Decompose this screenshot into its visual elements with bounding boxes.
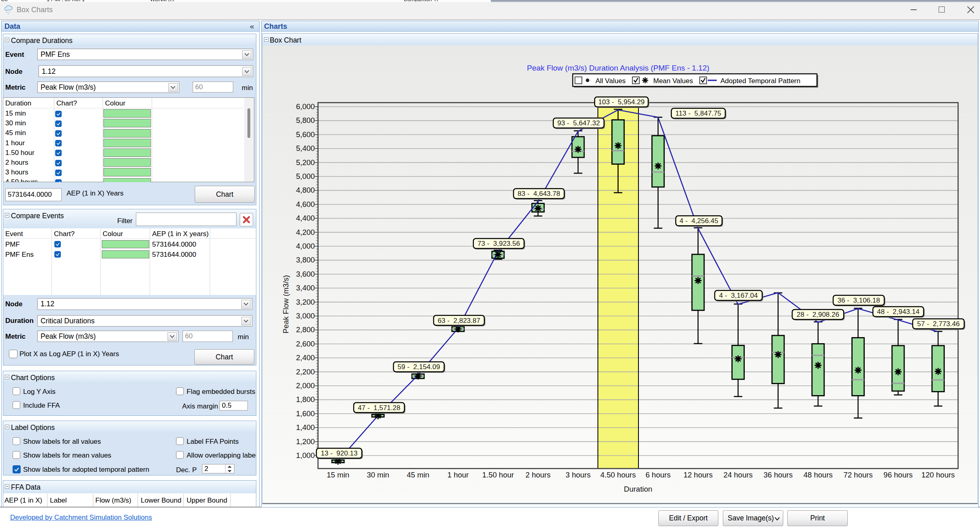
svg-text:73 - 3,923.56: 73 - 3,923.56 [477, 240, 520, 247]
svg-text:2,400: 2,400 [296, 353, 315, 362]
svg-text:72 hours: 72 hours [843, 471, 873, 479]
svg-text:12 hours: 12 hours [683, 471, 713, 479]
svg-text:5,400: 5,400 [296, 144, 315, 153]
svg-text:3,000: 3,000 [296, 312, 315, 320]
svg-text:3,600: 3,600 [296, 270, 315, 278]
svg-text:15 min: 15 min [327, 471, 350, 479]
svg-text:93 - 5,647.32: 93 - 5,647.32 [557, 119, 600, 127]
svg-text:4,400: 4,400 [296, 214, 315, 222]
svg-text:24 hours: 24 hours [724, 471, 753, 479]
svg-text:4.50 hours: 4.50 hours [600, 471, 636, 479]
svg-text:36 - 3,106.18: 36 - 3,106.18 [838, 297, 880, 304]
svg-text:1,200: 1,200 [296, 437, 315, 446]
svg-text:96 hours: 96 hours [883, 471, 913, 479]
svg-text:All Values: All Values [595, 77, 625, 85]
svg-text:Duration: Duration [624, 485, 652, 493]
svg-text:1,400: 1,400 [296, 423, 315, 432]
svg-text:2,600: 2,600 [296, 340, 315, 348]
svg-text:2,000: 2,000 [296, 381, 315, 390]
svg-text:13 - 920.13: 13 - 920.13 [321, 449, 358, 457]
svg-text:5,200: 5,200 [296, 158, 315, 167]
svg-text:120 hours: 120 hours [922, 471, 955, 479]
svg-text:Mean Values: Mean Values [653, 77, 693, 85]
svg-text:2 hours: 2 hours [526, 471, 551, 479]
svg-text:4,200: 4,200 [296, 228, 315, 236]
svg-text:83 - 4,643.78: 83 - 4,643.78 [518, 190, 560, 198]
svg-text:47 - 1,571.28: 47 - 1,571.28 [358, 404, 400, 412]
svg-text:48 - 2,943.14: 48 - 2,943.14 [877, 308, 920, 316]
svg-text:28 - 2,908.26: 28 - 2,908.26 [797, 311, 839, 318]
svg-text:1,800: 1,800 [296, 395, 315, 404]
svg-text:36 hours: 36 hours [763, 471, 793, 479]
svg-text:30 min: 30 min [367, 471, 389, 479]
svg-text:4 - 4,256.45: 4 - 4,256.45 [679, 217, 718, 225]
svg-text:113 - 5,847.75: 113 - 5,847.75 [675, 110, 721, 117]
svg-text:Peak Flow (m3/s) Duration Anal: Peak Flow (m3/s) Duration Analysis (PMF … [527, 64, 709, 72]
svg-text:6,000: 6,000 [296, 102, 315, 111]
svg-text:5,800: 5,800 [296, 116, 315, 125]
svg-text:6 hours: 6 hours [645, 471, 671, 479]
svg-text:5,000: 5,000 [296, 172, 315, 181]
svg-text:4,600: 4,600 [296, 200, 315, 209]
svg-text:Peak Flow (m3/s): Peak Flow (m3/s) [282, 275, 290, 333]
svg-text:59 - 2,154.09: 59 - 2,154.09 [398, 363, 440, 371]
svg-text:2,800: 2,800 [296, 325, 315, 334]
svg-text:57 - 2,773.46: 57 - 2,773.46 [917, 320, 960, 328]
svg-text:3,800: 3,800 [296, 256, 315, 264]
svg-text:3 hours: 3 hours [565, 471, 591, 479]
svg-text:Adopted Temporal Pattern: Adopted Temporal Pattern [720, 77, 800, 85]
svg-text:45 min: 45 min [407, 471, 430, 479]
svg-text:63 - 2,823.87: 63 - 2,823.87 [438, 317, 480, 325]
svg-text:48 hours: 48 hours [804, 471, 833, 479]
svg-text:5,600: 5,600 [296, 130, 315, 139]
svg-text:4,800: 4,800 [296, 186, 315, 194]
svg-text:2,200: 2,200 [296, 368, 315, 376]
svg-text:103 - 5,954.29: 103 - 5,954.29 [598, 98, 645, 106]
svg-text:4 - 3,167.04: 4 - 3,167.04 [719, 292, 758, 299]
svg-text:3,400: 3,400 [296, 284, 315, 292]
svg-text:1,000: 1,000 [296, 451, 315, 460]
svg-text:1.50 hour: 1.50 hour [482, 471, 514, 479]
svg-text:1,600: 1,600 [296, 409, 315, 418]
svg-text:3,200: 3,200 [296, 298, 315, 306]
svg-text:4,000: 4,000 [296, 242, 315, 250]
svg-text:1 hour: 1 hour [447, 471, 469, 479]
